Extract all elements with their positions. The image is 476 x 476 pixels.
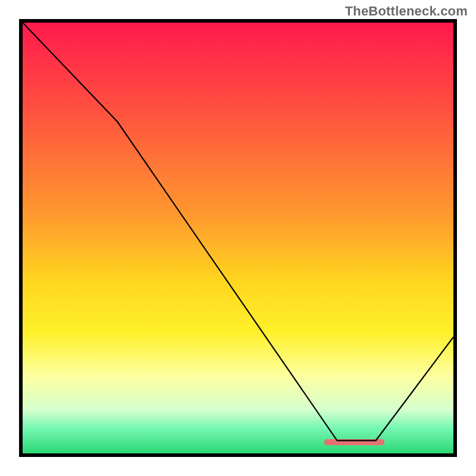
chart-container: TheBottleneck.com xyxy=(0,0,476,476)
plot-frame xyxy=(19,19,457,457)
plot-svg xyxy=(23,23,453,453)
watermark-attribution: TheBottleneck.com xyxy=(345,4,468,19)
plot-background xyxy=(23,23,453,453)
